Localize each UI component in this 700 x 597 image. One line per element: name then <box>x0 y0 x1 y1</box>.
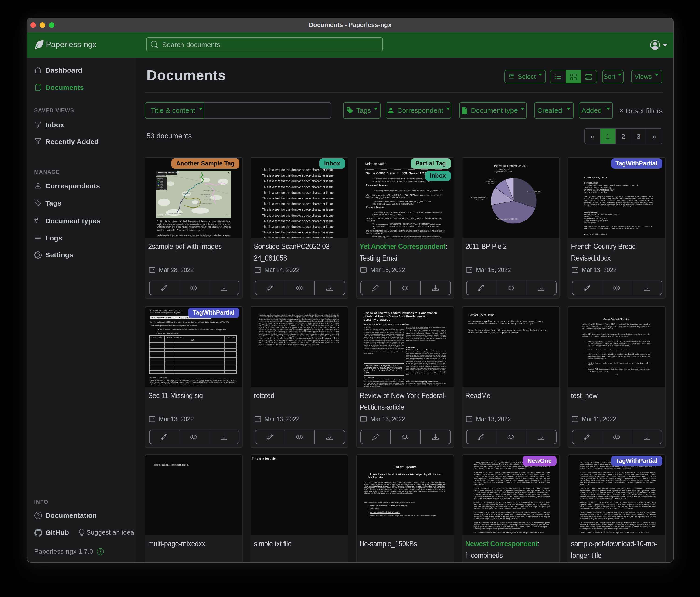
svg-text:Patient BP Distribution 2011: Patient BP Distribution 2011 <box>494 164 528 168</box>
svg-text:Google Earth: Google Earth <box>157 213 170 216</box>
svg-text:Day2: Day2 <box>159 182 163 183</box>
svg-text:Normal, 150, 30%: Normal, 150, 30% <box>527 191 541 193</box>
svg-text:Stage 2Hypertension,44, 9%: Stage 2Hypertension,44, 9% <box>485 178 496 185</box>
svg-text:Stage 1 Hypertension,65, 13%: Stage 1 Hypertension,65, 13% <box>471 196 488 200</box>
svg-text:Legend: Legend <box>157 178 162 180</box>
svg-text:Isolated SystolicHypertension,: Isolated SystolicHypertension, 31, 6% <box>495 168 512 173</box>
svg-text:2 mi: 2 mi <box>226 214 228 215</box>
svg-text:No days in BWCA: No days in BWCA <box>157 175 167 176</box>
svg-text:Fraser Shire Island: Fraser Shire Island <box>203 190 214 191</box>
svg-text:Day1: Day1 <box>159 181 163 182</box>
svg-text:Day5: Day5 <box>159 187 163 188</box>
svg-text:Entry Point: Entry Point <box>159 189 166 190</box>
svg-text:New Found Island: New Found Island <box>182 191 193 192</box>
svg-text:Day3: Day3 <box>159 184 163 185</box>
svg-text:N: N <box>228 174 229 176</box>
svg-text:Pre-hypertension,. 212, 42%: Pre-hypertension,. 212, 42% <box>496 218 518 220</box>
svg-text:©2022 Google: ©2022 Google <box>157 216 164 217</box>
svg-text:Marshall Charles Island: Marshall Charles Island <box>169 213 182 214</box>
svg-text:Carlos Island Bay Island: Carlos Island Bay Island <box>198 203 211 205</box>
svg-text:Day4: Day4 <box>159 185 163 187</box>
svg-text:Gabs Island: Gabs Island <box>182 193 190 194</box>
svg-text:Lincoln Island: Lincoln Island <box>204 199 212 200</box>
svg-text:Half Day Island: Half Day Island <box>201 194 209 195</box>
svg-text:Wellington Island: Wellington Island <box>203 195 212 197</box>
svg-text:Boundary Waters Trip: Boundary Waters Trip <box>158 171 179 174</box>
